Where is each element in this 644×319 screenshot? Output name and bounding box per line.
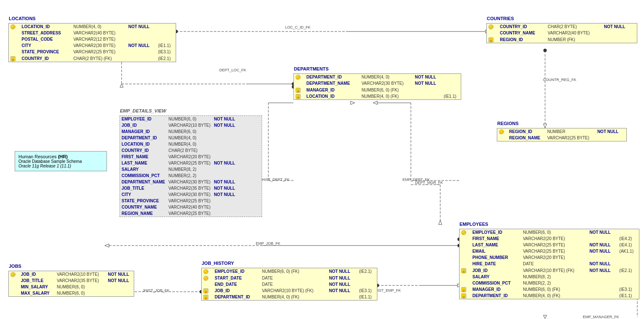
jobs-title: JOBS xyxy=(9,264,21,269)
fk-icon: 🔒 xyxy=(296,94,301,99)
fk-icon: 🔒 xyxy=(461,287,466,292)
pk-icon: 🔑 xyxy=(461,230,466,235)
table-row: 🔑 COUNTRY_ID CHAR(2 BYTE) NOT NULL xyxy=(487,24,637,30)
emp-details-view-title: EMP_DETAILS_VIEW xyxy=(120,108,166,113)
rel-label-dept-loc-fk: DEPT_LOC_FK xyxy=(219,68,246,72)
svg-marker-15 xyxy=(351,101,355,105)
employees-table: EMPLOYEES 🔑 EMPLOYEE_ID NUMBER(6, 0) NOT… xyxy=(459,229,639,299)
note-box: Human Resources (HR) Oracle Database Sam… xyxy=(15,151,107,171)
table-row: 🔒 LOCATION_ID NUMBER(4, 0) (FK) (IE1.1) xyxy=(294,93,461,99)
table-row: 🔑 EMPLOYEE_ID NUMBER(6, 0) NOT NULL xyxy=(460,229,639,235)
pk-icon: 🔑 xyxy=(203,276,208,281)
regions-title: REGIONS xyxy=(497,121,519,126)
note-line2: Oracle 11g Release 1 (11.1) xyxy=(18,164,103,168)
table-row: REGION_NAMEVARCHAR2(25 BYTE) xyxy=(120,210,237,217)
rel-label-loc-c-id-fk: LOC_C_ID_FK xyxy=(285,25,311,29)
emp-details-view: EMP_DETAILS_VIEW EMPLOYEE_IDNUMBER(6, 0)… xyxy=(119,115,262,217)
table-row: 🔒 DEPARTMENT_ID NUMBER(4, 0) (FK) (IE1.1… xyxy=(460,293,639,299)
rel-label-jhist-dept-fk: JHIST_DEPT_FK xyxy=(260,178,290,182)
fk-icon: 🔒 xyxy=(488,37,493,42)
rel-label-emp-manager-fk: EMP_MANAGER_FK xyxy=(583,315,619,319)
note-line1: Oracle Database Sample Schema xyxy=(18,159,103,164)
table-row: JOB_TITLE VARCHAR2(35 BYTE) NOT NULL xyxy=(9,277,134,284)
table-row: FIRST_NAMEVARCHAR2(20 BYTE) xyxy=(120,154,237,160)
rel-label-jhist-job-fk: JHIST_JOB_FK xyxy=(143,288,169,293)
svg-point-11 xyxy=(543,49,547,52)
table-row: 🔑 EMPLOYEE_ID NUMBER(6, 0) (FK) NOT NULL… xyxy=(202,268,377,275)
table-row: STATE_PROVINCEVARCHAR2(25 BYTE) xyxy=(120,198,237,204)
table-row: 🔑 REGION_ID NUMBER NOT NULL xyxy=(497,128,626,135)
svg-marker-8 xyxy=(120,84,123,87)
diagram-container: LOC_C_ID_FK DEPT_LOC_FK COUNTR_REG_FK JH… xyxy=(0,0,644,319)
table-row: LOCATION_IDNUMBER(4, 0) xyxy=(120,141,237,147)
table-row: COUNTRY_IDCHAR(2 BYTE) xyxy=(120,147,237,154)
svg-marker-37 xyxy=(543,315,547,319)
svg-marker-10 xyxy=(543,124,547,128)
table-row: JOB_IDVARCHAR2(10 BYTE)NOT NULL xyxy=(120,122,237,128)
svg-marker-19 xyxy=(373,101,377,105)
table-row: STREET_ADDRESS VARCHAR2(40 BYTE) xyxy=(9,30,176,36)
table-row: DEPARTMENT_NAMEVARCHAR2(30 BYTE)NOT NULL xyxy=(120,179,237,185)
rel-label-countr-reg-fk: COUNTR_REG_FK xyxy=(543,78,576,82)
fk-icon: 🔒 xyxy=(10,56,16,61)
table-row: 🔒 MANAGER_ID NUMBER(6, 0) (FK) (IE3.1) xyxy=(460,286,639,293)
table-row: SALARYNUMBER(8, 2) xyxy=(120,166,237,173)
table-row: DEPARTMENT_IDNUMBER(4, 0) xyxy=(120,135,237,141)
table-row: EMAIL VARCHAR2(25 BYTE) NOT NULL (AK1.1) xyxy=(460,248,639,254)
rel-label-emp-job-fk: EMP_JOB_FK xyxy=(256,241,280,246)
locations-title: LOCATIONS xyxy=(9,16,36,21)
table-row: MIN_SALARY NUMBER(6, 0) xyxy=(9,284,134,290)
table-row: JOB_TITLEVARCHAR2(35 BYTE)NOT NULL xyxy=(120,185,237,191)
table-row: 🔒 JOB_ID VARCHAR2(10 BYTE) (FK) NOT NULL… xyxy=(460,267,639,273)
svg-marker-23 xyxy=(439,220,442,225)
table-row: STATE_PROVINCE VARCHAR2(25 BYTE) (IE3.1) xyxy=(9,49,176,55)
rel-label-dept-mgr-fk: DEPT_MGR_FK xyxy=(415,180,443,185)
table-row: 🔑 START_DATE DATE NOT NULL xyxy=(202,275,377,281)
table-row: LAST_NAME VARCHAR2(25 BYTE) NOT NULL (IE… xyxy=(460,242,639,248)
table-row: MAX_SALARY NUMBER(6, 0) xyxy=(9,290,134,296)
table-row: EMPLOYEE_IDNUMBER(6, 0)NOT NULL xyxy=(120,116,237,122)
table-row: HIRE_DATE DATE NOT NULL xyxy=(460,261,639,267)
table-row: POSTAL_CODE VARCHAR2(12 BYTE) xyxy=(9,36,176,42)
table-row: CITY VARCHAR2(30 BYTE) NOT NULL (IE1.1) xyxy=(9,42,176,49)
fk-icon: 🔒 xyxy=(203,288,208,293)
table-row: LAST_NAMEVARCHAR2(25 BYTE)NOT NULL xyxy=(120,160,237,166)
table-row: FIRST_NAME VARCHAR2(20 BYTE) (IE4.2) xyxy=(460,235,639,242)
table-row: CITYVARCHAR2(30 BYTE)NOT NULL xyxy=(120,191,237,198)
locations-table: LOCATIONS 🔑 LOCATION_ID NUMBER(4, 0) NOT… xyxy=(8,23,176,62)
pk-icon: 🔑 xyxy=(296,75,301,80)
table-row: 🔒 DEPARTMENT_ID NUMBER(4, 0) (FK) (IE1.1… xyxy=(202,294,377,300)
svg-marker-27 xyxy=(105,244,109,247)
table-row: DEPARTMENT_NAME VARCHAR2(30 BYTE) NOT NU… xyxy=(294,80,461,86)
departments-title: DEPARTMENTS xyxy=(294,66,329,71)
table-row: REGION_NAME VARCHAR2(25 BYTE) xyxy=(497,135,626,141)
job-history-title: JOB_HISTORY xyxy=(202,261,234,266)
table-row: 🔒 COUNTRY_ID CHAR(2 BYTE) (FK) (IE2.1) xyxy=(9,55,176,61)
employees-title: EMPLOYEES xyxy=(460,222,488,227)
pk-icon: 🔑 xyxy=(10,272,16,277)
table-row: 🔑 DEPARTMENT_ID NUMBER(4, 0) NOT NULL xyxy=(294,74,461,80)
table-row: 🔑 JOB_ID VARCHAR2(10 BYTE) NOT NULL xyxy=(9,271,134,277)
job-history-table: JOB_HISTORY 🔑 EMPLOYEE_ID NUMBER(6, 0) (… xyxy=(201,268,377,301)
note-bold: (HR) xyxy=(58,154,68,159)
pk-icon: 🔑 xyxy=(203,269,208,274)
pk-icon: 🔑 xyxy=(499,129,504,134)
table-row: 🔒 REGION_ID NUMBER (FK) xyxy=(487,36,637,42)
table-row: END_DATE DATE NOT NULL xyxy=(202,281,377,288)
table-row: COMMISSION_PCT NUMBER(2, 2) xyxy=(460,280,639,286)
fk-icon: 🔒 xyxy=(203,295,208,300)
fk-icon: 🔒 xyxy=(296,88,301,93)
note-title: Human Resources (HR) xyxy=(18,154,103,159)
jobs-table: JOBS 🔑 JOB_ID VARCHAR2(10 BYTE) NOT NULL… xyxy=(8,271,134,297)
fk-icon: 🔒 xyxy=(461,293,466,298)
table-row: MANAGER_IDNUMBER(6, 0) xyxy=(120,128,237,135)
departments-table: DEPARTMENTS 🔑 DEPARTMENT_ID NUMBER(4, 0)… xyxy=(293,73,461,100)
regions-table: REGIONS 🔑 REGION_ID NUMBER NOT NULL REGI… xyxy=(497,128,627,141)
table-row: SALARY NUMBER(8, 2) xyxy=(460,274,639,280)
table-row: COUNTRY_NAMEVARCHAR2(40 BYTE) xyxy=(120,204,237,210)
countries-table: COUNTRIES 🔑 COUNTRY_ID CHAR(2 BYTE) NOT … xyxy=(486,23,637,43)
table-row: COMMISSION_PCTNUMBER(2, 2) xyxy=(120,173,237,179)
table-row: 🔒 MANAGER_ID NUMBER(6, 0) (FK) xyxy=(294,86,461,93)
table-row: PHONE_NUMBER VARCHAR2(20 BYTE) xyxy=(460,254,639,261)
table-row: 🔑 LOCATION_ID NUMBER(4, 0) NOT NULL xyxy=(9,24,176,30)
